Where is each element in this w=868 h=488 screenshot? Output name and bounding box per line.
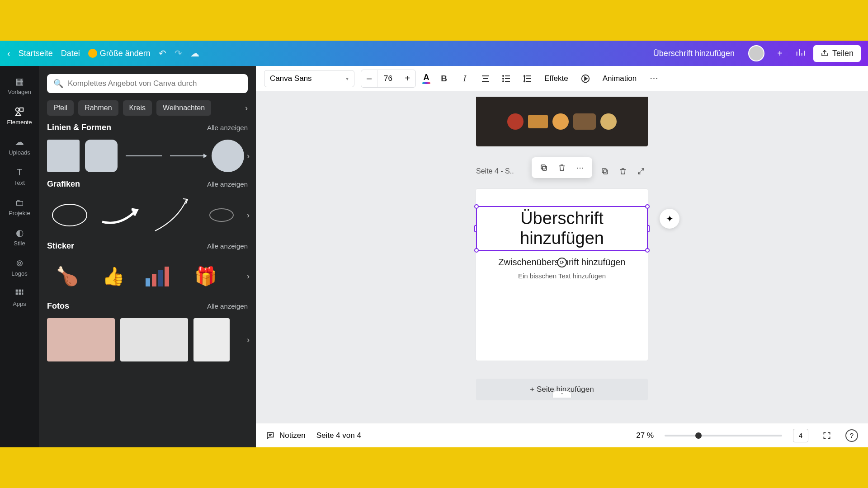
nav-projects[interactable]: 🗀 Projekte [0, 192, 39, 221]
share-button[interactable]: Teilen [813, 45, 861, 62]
graphic-scribble-oval[interactable] [47, 196, 92, 234]
text-color-button[interactable]: A [422, 73, 430, 84]
page-actions [598, 164, 648, 178]
expand-page-icon[interactable] [634, 164, 648, 178]
resize-handle[interactable] [474, 225, 477, 232]
nav-uploads[interactable]: ☁ Uploads [0, 132, 39, 160]
more-options-button[interactable]: ⋯ [572, 160, 588, 175]
row-scroll-right-icon[interactable]: › [247, 335, 250, 345]
shape-rounded-square[interactable] [85, 140, 118, 172]
page-card[interactable]: Überschrift hinzufügen Zwischenüberschri… [476, 189, 648, 361]
resize-handle[interactable] [474, 248, 479, 253]
page-label[interactable]: Seite 4 - S.. [476, 167, 514, 175]
nav-text[interactable]: T Text [0, 162, 39, 191]
row-scroll-right-icon[interactable]: › [247, 211, 250, 220]
insights-icon[interactable] [795, 47, 805, 60]
more-icon[interactable]: ⋯ [646, 71, 661, 86]
animation-button[interactable]: Animation [599, 71, 641, 86]
photo-thumb-3[interactable] [193, 318, 230, 361]
home-link[interactable]: Startseite [19, 49, 53, 58]
sticker-thumbs-up[interactable]: 👍 [93, 258, 134, 294]
zoom-thumb[interactable] [695, 432, 702, 439]
page-grid-button[interactable]: 4 [793, 429, 808, 442]
shape-square[interactable] [47, 140, 80, 172]
font-select[interactable]: Canva Sans ▾ [264, 70, 354, 87]
delete-button[interactable] [554, 160, 570, 175]
see-all-graphics[interactable]: Alle anzeigen [207, 180, 248, 188]
shape-circle[interactable] [212, 140, 244, 172]
bold-button[interactable]: B [437, 71, 451, 86]
size-value[interactable]: 76 [377, 70, 399, 87]
align-button[interactable] [478, 71, 493, 86]
search-box[interactable]: 🔍 [47, 74, 248, 93]
add-collaborator-icon[interactable]: + [773, 46, 787, 61]
rotate-handle-icon[interactable]: ⟳ [557, 258, 567, 267]
chip-kreis[interactable]: Kreis [123, 100, 152, 116]
row-scroll-right-icon[interactable]: › [247, 272, 250, 281]
graphic-ellipse-outline[interactable] [199, 196, 244, 234]
nav-apps[interactable]: Apps [0, 283, 39, 312]
see-all-photos[interactable]: Alle anzeigen [207, 302, 248, 310]
effects-button[interactable]: Effekte [541, 71, 572, 86]
resize-button[interactable]: Größe ändern [88, 49, 151, 58]
chip-scroll-right-icon[interactable]: › [245, 103, 248, 113]
svg-point-21 [503, 81, 504, 82]
apps-icon [14, 288, 25, 299]
resize-handle[interactable] [647, 225, 650, 232]
row-scroll-right-icon[interactable]: › [247, 151, 250, 161]
regenerate-button[interactable]: ✦ [660, 209, 679, 229]
heading-text[interactable]: Überschrift hinzufügen [485, 209, 639, 248]
nav-templates[interactable]: ▦ Vorlagen [0, 71, 39, 100]
heading-textbox[interactable]: Überschrift hinzufügen [476, 206, 648, 251]
zoom-value[interactable]: 27 % [636, 431, 654, 440]
sticker-turkey[interactable]: 🍗 [47, 258, 88, 294]
cloud-sync-icon[interactable]: ☁ [190, 48, 199, 59]
graphic-swoosh[interactable] [148, 196, 193, 234]
duplicate-button[interactable] [536, 160, 552, 175]
resize-handle[interactable] [645, 204, 650, 209]
redo-icon[interactable]: ↷ [175, 48, 182, 59]
size-decrease-button[interactable]: – [361, 70, 377, 87]
resize-handle[interactable] [474, 204, 479, 209]
photo-thumb-2[interactable] [120, 318, 188, 361]
chip-rahmen[interactable]: Rahmen [78, 100, 118, 116]
nav-elements[interactable]: Elemente [0, 102, 39, 130]
graphic-curved-arrow[interactable] [98, 196, 143, 234]
fullscreen-icon[interactable] [819, 428, 835, 443]
list-button[interactable] [499, 71, 514, 86]
size-increase-button[interactable]: + [399, 70, 415, 87]
resize-handle[interactable] [645, 248, 650, 253]
delete-page-icon[interactable] [616, 164, 630, 178]
nav-logos[interactable]: ⊚ Logos [0, 253, 39, 282]
search-input[interactable] [68, 79, 241, 88]
animate-icon[interactable] [578, 71, 593, 86]
photo-thumb-1[interactable] [47, 318, 115, 361]
see-all-lines[interactable]: Alle anzeigen [207, 124, 248, 131]
text-icon: T [14, 167, 25, 178]
shape-arrow-line[interactable] [170, 155, 206, 156]
notes-button[interactable]: Notizen [266, 431, 306, 440]
avatar[interactable] [748, 45, 764, 61]
expand-pages-handle[interactable]: ⌃ [553, 391, 571, 398]
spacing-button[interactable] [520, 71, 534, 86]
body-text[interactable]: Ein bisschen Text hinzufügen [518, 272, 606, 280]
sticker-bar-chart[interactable] [139, 258, 180, 294]
help-icon[interactable]: ? [845, 429, 858, 442]
back-icon[interactable]: ‹ [7, 48, 10, 59]
zoom-slider[interactable] [665, 435, 782, 436]
doc-title[interactable]: Überschrift hinzufügen [653, 49, 735, 58]
undo-icon[interactable]: ↶ [159, 48, 166, 59]
italic-button[interactable]: I [458, 71, 472, 86]
sticker-gift[interactable]: 🎁 [185, 258, 226, 294]
templates-icon: ▦ [14, 76, 25, 87]
see-all-stickers[interactable]: Alle anzeigen [207, 242, 248, 250]
subheading-text[interactable]: Zwischenüberschrift hinzufügen ⟳ [498, 257, 625, 267]
file-menu[interactable]: Datei [61, 49, 80, 58]
duplicate-page-icon[interactable] [598, 164, 612, 178]
chip-weihnachten[interactable]: Weihnachten [156, 100, 211, 116]
chip-pfeil[interactable]: Pfeil [47, 100, 74, 116]
footer-bar: Notizen Seite 4 von 4 27 % 4 ? [256, 423, 868, 447]
prev-page-thumbnail[interactable] [476, 97, 648, 146]
shape-line[interactable] [126, 155, 162, 156]
nav-styles[interactable]: ◐ Stile [0, 223, 39, 251]
